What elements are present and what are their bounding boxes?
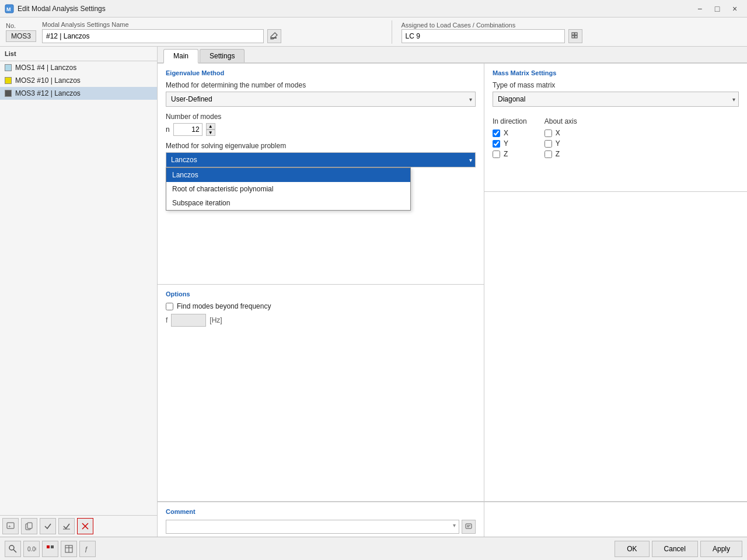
no-cell: No. MOS3 [6, 22, 36, 42]
color-icon [46, 545, 54, 553]
axis-y-row: Y [544, 139, 577, 148]
name-edit-button[interactable] [267, 29, 281, 43]
spinner-up[interactable]: ▲ [206, 123, 215, 130]
axis-x-checkbox[interactable] [544, 130, 552, 137]
sidebar: List MOS1 #4 | Lanczos MOS2 #10 | Lanczo… [0, 47, 158, 537]
find-modes-label: Find modes beyond frequency [177, 302, 271, 310]
check-button[interactable] [40, 518, 56, 534]
mos3-label: MOS3 #12 | Lanczos [15, 89, 81, 97]
sidebar-item-mos3[interactable]: MOS3 #12 | Lanczos [0, 87, 157, 100]
no-value: MOS3 [6, 30, 36, 42]
mos3-dot [5, 90, 12, 97]
function-icon: ƒ [83, 545, 92, 553]
search-tool-button[interactable] [5, 541, 21, 557]
num-modes-input[interactable] [173, 123, 203, 136]
ok-button[interactable]: OK [615, 541, 649, 557]
svg-text:M: M [6, 6, 11, 12]
method-select[interactable]: User-Defined Automatic [166, 92, 476, 107]
comment-input[interactable] [166, 520, 459, 534]
assigned-edit-button[interactable] [568, 29, 582, 43]
svg-rect-6 [572, 36, 574, 38]
value-tool-button[interactable]: 0.00 [23, 541, 40, 557]
bottom-bar: 0.00 ƒ OK Cancel Apply [0, 537, 747, 560]
solve-select[interactable]: Lanczos Root of characteristic polynomia… [166, 152, 476, 167]
svg-rect-7 [575, 36, 577, 38]
axis-z-label: Z [556, 150, 560, 158]
add-item-button[interactable]: + [2, 518, 19, 534]
assigned-input[interactable] [402, 29, 565, 43]
dir-x-checkbox[interactable] [493, 130, 500, 137]
type-label: Type of mass matrix [493, 81, 739, 89]
minimize-button[interactable]: − [692, 1, 707, 16]
svg-rect-15 [466, 524, 472, 528]
comment-action-button[interactable] [462, 520, 476, 534]
name-input[interactable] [42, 29, 264, 43]
name-label: Modal Analysis Settings Name [42, 21, 382, 28]
dropdown-option-root[interactable]: Root of characteristic polynomial [166, 182, 410, 196]
table-icon [65, 545, 73, 553]
value-icon: 0.00 [27, 545, 36, 553]
grid-icon [571, 32, 580, 40]
cancel-button[interactable]: Cancel [652, 541, 698, 557]
dropdown-option-lanczos[interactable]: Lanczos [166, 168, 410, 182]
solve-label: Method for solving eigenvalue problem [166, 142, 476, 150]
content-area: Main Settings Eigenvalue Method Method f… [158, 47, 747, 537]
tab-main[interactable]: Main [163, 49, 198, 64]
name-cell: Modal Analysis Settings Name [42, 21, 382, 43]
dir-y-checkbox[interactable] [493, 140, 500, 148]
svg-line-19 [13, 550, 16, 552]
svg-text:+: + [8, 524, 11, 529]
table-tool-button[interactable] [61, 541, 77, 557]
maximize-button[interactable]: □ [710, 1, 725, 16]
tab-settings[interactable]: Settings [200, 49, 245, 62]
tab-content-main: Eigenvalue Method Method for determining… [158, 64, 747, 537]
num-modes-row: n ▲ ▼ [166, 123, 476, 136]
dropdown-option-subspace[interactable]: Subspace iteration [166, 196, 410, 210]
function-tool-button[interactable]: ƒ [79, 541, 96, 557]
svg-rect-22 [51, 545, 54, 548]
delete-icon [81, 522, 89, 530]
spinner-down[interactable]: ▼ [206, 130, 215, 136]
comment-dropdown-arrow: ▾ [453, 522, 456, 528]
freq-unit: [Hz] [210, 316, 222, 324]
delete-button[interactable] [77, 518, 93, 534]
dir-z-row: Z [493, 150, 527, 158]
mos2-label: MOS2 #10 | Lanczos [15, 76, 81, 85]
find-modes-checkbox[interactable] [166, 303, 173, 310]
apply-button[interactable]: Apply [700, 541, 742, 557]
in-direction-label: In direction [493, 117, 527, 125]
freq-row: f [Hz] [166, 314, 476, 327]
app-icon: M [5, 4, 14, 13]
color-tool-button[interactable] [42, 541, 58, 557]
dir-y-row: Y [493, 139, 527, 148]
axis-y-checkbox[interactable] [544, 140, 552, 148]
axis-z-checkbox[interactable] [544, 150, 552, 158]
title-bar: M Edit Modal Analysis Settings − □ × [0, 0, 747, 18]
check2-button[interactable] [58, 518, 75, 534]
mass-matrix-title: Mass Matrix Settings [493, 69, 739, 76]
sidebar-header: List [0, 47, 157, 61]
comment-row: ▾ [166, 520, 476, 534]
axis-y-label: Y [556, 139, 560, 148]
edit-icon [270, 32, 278, 40]
axis-z-row: Z [544, 150, 577, 158]
assigned-label: Assigned to Load Cases / Combinations [402, 22, 516, 29]
axis-x-row: X [544, 129, 577, 137]
comment-icon [465, 523, 472, 530]
dir-z-checkbox[interactable] [493, 150, 500, 158]
tabs-row: Main Settings [158, 47, 747, 64]
close-button[interactable]: × [727, 1, 742, 16]
freq-input[interactable] [171, 314, 206, 327]
svg-point-18 [9, 545, 14, 550]
sidebar-item-mos2[interactable]: MOS2 #10 | Lanczos [0, 74, 157, 87]
options-section: Options Find modes beyond frequency f [H… [158, 285, 484, 502]
mass-type-select[interactable]: Diagonal Consistent [493, 92, 739, 107]
svg-text:ƒ: ƒ [85, 545, 88, 552]
sidebar-item-mos1[interactable]: MOS1 #4 | Lanczos [0, 61, 157, 74]
svg-rect-4 [572, 33, 574, 35]
copy-item-button[interactable] [21, 518, 37, 534]
right-panels: Mass Matrix Settings Type of mass matrix… [484, 64, 747, 537]
svg-text:0.00: 0.00 [27, 546, 36, 552]
dir-z-label: Z [504, 150, 508, 158]
eigenvalue-title: Eigenvalue Method [166, 69, 476, 76]
